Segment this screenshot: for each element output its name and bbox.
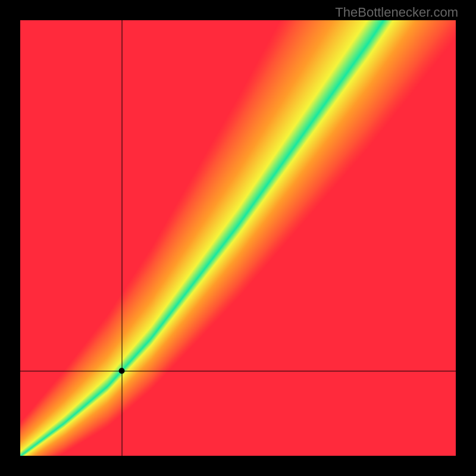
bottleneck-heatmap	[20, 20, 456, 456]
watermark-text: TheBottlenecker.com	[335, 5, 458, 20]
